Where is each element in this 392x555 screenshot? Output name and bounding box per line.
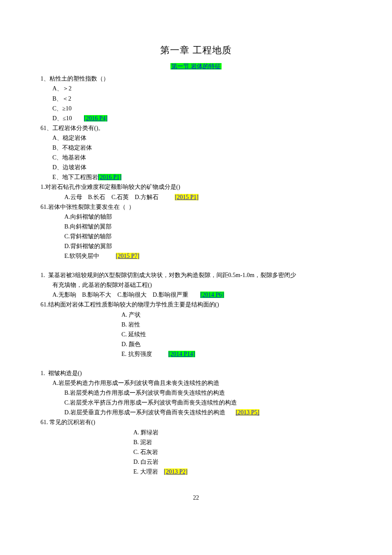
option-d: D. 白云岩 [40,457,352,467]
blank-line [40,359,352,368]
ref-link[interactable]: [2016 P4] [84,115,108,121]
option-b: B.向斜褶皱的翼部 [40,222,352,231]
chapter-title: 第一章 工程地质 [40,43,352,58]
ref-link[interactable]: [2014 P14] [168,351,195,357]
option-d-text: D、≤10 [52,115,72,121]
question-1b: 1.对岩石钻孔作业难度和定额影响较大的矿物成分是() [40,182,352,192]
ref-link[interactable]: [2014 P6] [200,292,224,298]
option-e-text: E.软弱夹层中 [64,253,99,259]
option-c: C. 石灰岩 [40,447,352,457]
option-d: D.背斜褶皱的翼部 [40,241,352,251]
option-b: B、＜2 [40,94,352,104]
option-e-text: E. 抗剪强度 [121,351,152,357]
page-number: 22 [40,493,352,503]
question-1d: 1. 褶皱构造是() [40,368,352,378]
option-d-text: D.岩层受垂直力作用形成一系列波状弯曲而丧失连续性的构造 [64,409,225,416]
option-d: D.岩层受垂直力作用形成一系列波状弯曲而丧失连续性的构造 [2013 P5] [40,408,352,417]
option-b: B.岩层受构造力作用形成一系列波状弯曲而丧失连续性的构造 [40,388,352,398]
question-61b: 61.岩体中张性裂隙主要发生在（ ） [40,202,352,212]
option-c: C. 延续性 [40,330,352,339]
options-inline: A.云母 B.长石 C.石英 D.方解石 [2015 P1] [40,192,352,202]
option-e: E. 抗剪强度 [2014 P14] [40,349,352,359]
question-1: 1、粘性土的塑性指数（） [40,74,352,84]
option-e: E. 大理岩 [2013 P2] [40,467,352,477]
option-a: A、＞2 [40,84,352,93]
option-d: D、≤10 [2016 P4] [40,113,352,123]
option-b: B、不稳定岩体 [40,143,352,153]
question-61d: 61. 常见的沉积岩有() [40,417,352,427]
options-text: A.云母 B.长石 C.石英 D.方解石 [64,194,159,200]
options-text: A.无影响 B.影响不大 C.影响很大 D.影响很严重 [52,292,188,298]
ref-link[interactable]: [2015 P7] [116,253,140,259]
question-61c: 61.结构面对岩体工程性质影响较大的物理力学性质主要是结构面的() [40,300,352,309]
blank-line [40,261,352,270]
question-1c-cont: 有充填物，此基岩的裂隙对基础工程() [40,280,352,290]
options-inline: A.无影响 B.影响不大 C.影响很大 D.影响很严重 [2014 P6] [40,290,352,300]
option-a: A.向斜褶皱的轴部 [40,212,352,222]
question-61a: 61、工程岩体分类有()。 [40,123,352,133]
option-c: C、地基岩体 [40,153,352,162]
ref-link[interactable]: [2015 P1] [175,194,199,200]
option-b: B. 岩性 [40,320,352,330]
question-1c: 1. 某基岩被3组较规则的X型裂隙切割成大块状，对数为构造裂隙，间距0.5m-1… [40,270,352,280]
ref-link[interactable]: [2016 P1] [98,174,122,180]
option-e: E.软弱夹层中 [2015 P7] [40,251,352,261]
section-title: 第一节 岩体的特征 [40,61,352,71]
section-title-text: 第一节 岩体的特征 [170,63,222,69]
ref-link[interactable]: [2013 P5] [236,409,259,416]
option-a: A. 产状 [40,310,352,320]
option-b: B. 泥岩 [40,437,352,447]
option-c: C、≥10 [40,104,352,113]
option-e-text: E. 大理岩 [133,468,158,475]
ref-link[interactable]: [2013 P2] [164,468,188,475]
option-e-text: E、地下工程围岩 [52,174,98,180]
option-e: E、地下工程围岩[2016 P1] [40,172,352,182]
option-a: A、稳定岩体 [40,133,352,143]
option-c: C.岩层受水平挤压力作用形成一系列波状弯曲而丧失连续性的构造 [40,398,352,408]
option-a: A.岩层受构造力作用形成一系列波状弯曲且未丧失连续性的构造 [40,378,352,388]
option-d: D、边坡岩体 [40,162,352,172]
option-c: C.背斜褶皱的轴部 [40,231,352,241]
option-d: D. 颜色 [40,339,352,349]
option-a: A. 辉绿岩 [40,428,352,437]
